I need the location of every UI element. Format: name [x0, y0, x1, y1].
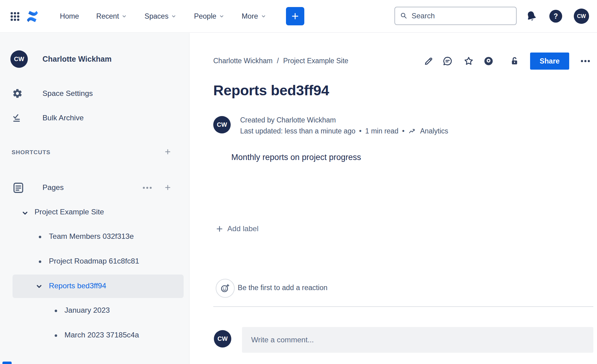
nav-spaces[interactable]: Spaces [145, 0, 176, 32]
create-button[interactable] [286, 7, 304, 25]
breadcrumb: Charlotte Wickham / Project Example Site [213, 57, 348, 65]
tree-item-january-2023[interactable]: January 2023 [64, 306, 110, 315]
comment-input[interactable]: Write a comment... [242, 327, 593, 353]
byline-dot: • [359, 127, 361, 135]
ellipsis-icon [141, 183, 154, 192]
page-body-text: Monthly reports on project progress [231, 153, 361, 162]
help-button[interactable]: ? [549, 10, 562, 23]
tree-item-march-2023[interactable]: March 2023 37185c4a [64, 331, 139, 339]
plus-icon [163, 183, 172, 192]
notifications-button[interactable] [524, 9, 538, 23]
unlock-icon [509, 56, 520, 66]
add-page-button[interactable] [163, 183, 172, 192]
share-button[interactable]: Share [530, 53, 569, 70]
app-switcher-button[interactable] [9, 10, 21, 23]
search-input[interactable] [412, 12, 511, 20]
nav-people-label: People [194, 12, 216, 20]
star-icon [463, 56, 474, 66]
nav-home[interactable]: Home [60, 0, 79, 32]
app-grid-icon [9, 11, 21, 22]
search-icon [400, 12, 408, 20]
nav-more-label: More [242, 12, 258, 20]
add-reaction-button[interactable] [216, 279, 235, 298]
space-sidebar: CW Charlotte Wickham Space Settings Bulk… [0, 33, 189, 364]
share-button-label: Share [540, 57, 559, 65]
byline-analytics[interactable]: Analytics [420, 127, 448, 135]
commenter-avatar: CW [214, 330, 231, 348]
chevron-down-icon[interactable] [35, 283, 43, 291]
chevron-down-icon [122, 14, 127, 19]
byline-meta: Last updated: less than a minute ago • 1… [240, 127, 448, 135]
page-title: Reports bed3ff94 [213, 82, 329, 99]
add-shortcut-button[interactable] [163, 147, 172, 156]
breadcrumb-space[interactable]: Charlotte Wickham [213, 57, 273, 65]
nav-home-label: Home [60, 12, 79, 20]
bullet-icon [39, 236, 41, 238]
reaction-prompt: Be the first to add a reaction [238, 284, 328, 292]
avatar: CW [14, 56, 24, 63]
comments-button[interactable] [442, 56, 453, 67]
space-avatar: CW [10, 50, 28, 68]
question-mark-icon: ? [554, 12, 558, 20]
comment-placeholder: Write a comment... [251, 336, 314, 344]
watch-button[interactable] [483, 56, 494, 67]
bullet-icon [55, 310, 57, 312]
chevron-down-icon [219, 14, 224, 19]
bullet-icon [39, 260, 41, 263]
byline-last-updated[interactable]: Last updated: less than a minute ago [240, 127, 355, 135]
pencil-icon [423, 56, 434, 66]
bell-icon [525, 10, 537, 22]
breadcrumb-separator: / [277, 57, 279, 65]
confluence-app: Home Recent Spaces People More [0, 0, 597, 364]
eye-icon [483, 56, 494, 66]
emoji-add-icon [220, 283, 230, 293]
top-navbar: Home Recent Spaces People More [0, 0, 597, 33]
favorite-button[interactable] [463, 56, 474, 67]
tree-item-reports-label[interactable]: Reports bed3ff94 [49, 282, 106, 290]
chevron-down-icon[interactable] [21, 209, 29, 218]
global-search[interactable] [394, 7, 517, 25]
comments-divider [213, 306, 593, 307]
nav-more[interactable]: More [242, 0, 266, 32]
sidebar-item-pages[interactable]: Pages [42, 183, 64, 192]
byline-created[interactable]: Created by Charlotte Wickham [240, 116, 336, 124]
tree-item-project-roadmap[interactable]: Project Roadmap 61c8fc81 [49, 257, 139, 265]
author-avatar[interactable]: CW [213, 116, 231, 133]
confluence-logo-icon [25, 9, 40, 24]
add-label-text: Add label [227, 224, 258, 233]
analytics-chart-icon [408, 127, 416, 135]
avatar: CW [217, 121, 227, 128]
sidebar-item-space-settings[interactable]: Space Settings [42, 89, 93, 98]
shortcuts-heading: SHORTCUTS [12, 149, 50, 156]
edit-button[interactable] [423, 56, 434, 67]
chevron-down-icon [261, 14, 266, 19]
comment-bubble-icon [442, 56, 453, 66]
tree-item-team-members[interactable]: Team Members 032f313e [49, 232, 134, 241]
add-label-button[interactable]: Add label [215, 224, 258, 233]
tree-item-reports-selected[interactable]: Reports bed3ff94 [13, 275, 184, 298]
sidebar-item-bulk-archive[interactable]: Bulk Archive [42, 114, 84, 122]
avatar: CW [577, 13, 586, 20]
nav-recent-label: Recent [96, 12, 119, 20]
bullet-icon [55, 334, 57, 337]
confluence-logo[interactable] [24, 9, 40, 24]
plus-icon [215, 225, 224, 233]
avatar: CW [218, 335, 228, 342]
pages-icon [12, 182, 24, 195]
pages-more-button[interactable] [141, 183, 154, 192]
ellipsis-icon [579, 57, 592, 65]
plus-icon [163, 147, 172, 156]
tree-item-project-example-site[interactable]: Project Example Site [35, 208, 104, 216]
nav-people[interactable]: People [194, 0, 224, 32]
restrictions-button[interactable] [509, 56, 520, 67]
byline-dot: • [402, 127, 405, 135]
floating-help-button-cutoff[interactable] [2, 362, 12, 364]
nav-spaces-label: Spaces [145, 12, 168, 20]
byline-read-time: 1 min read [365, 127, 398, 135]
nav-recent[interactable]: Recent [96, 0, 127, 32]
page-more-button[interactable] [579, 56, 592, 66]
breadcrumb-current[interactable]: Project Example Site [283, 57, 348, 65]
space-name[interactable]: Charlotte Wickham [42, 55, 112, 64]
chevron-down-icon [171, 14, 176, 19]
profile-avatar-button[interactable]: CW [574, 9, 589, 24]
